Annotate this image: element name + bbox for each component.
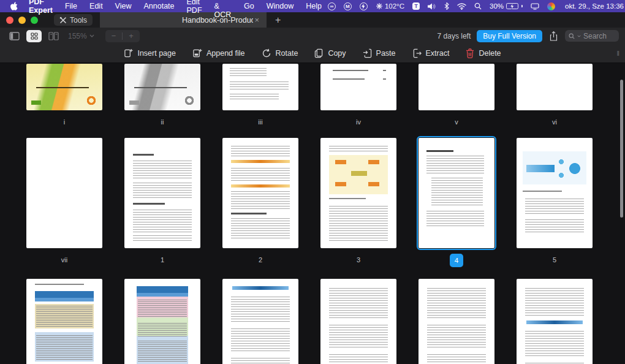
insert-page-label: Insert page: [137, 49, 176, 58]
bluetooth-icon[interactable]: [444, 2, 449, 10]
tools-button[interactable]: Tools: [54, 14, 93, 26]
page-thumbnail[interactable]: vii: [26, 138, 102, 267]
page-preview[interactable]: [320, 138, 396, 248]
page-preview[interactable]: [26, 138, 102, 248]
page-thumbnail[interactable]: 1: [124, 138, 200, 267]
menu-help[interactable]: Help: [306, 2, 322, 10]
page-preview[interactable]: [419, 138, 494, 248]
page-preview[interactable]: [517, 64, 593, 110]
close-window-button[interactable]: [6, 17, 13, 24]
main-toolbar: 155% − + 7 days left Buy Full Version Se…: [0, 28, 625, 44]
fan-icon[interactable]: 102°C: [376, 2, 404, 10]
minimize-window-button[interactable]: [18, 17, 26, 24]
apple-icon[interactable]: [10, 2, 18, 10]
page-number-label: v: [455, 118, 458, 126]
sidebar-toggle-icon[interactable]: [9, 32, 20, 40]
page-preview[interactable]: [419, 279, 494, 364]
page-preview[interactable]: [517, 279, 593, 364]
status-area: ∞ M 102°C T 30% okt. 29., Sze 13:36: [328, 2, 624, 10]
page-thumbnail[interactable]: [517, 279, 593, 364]
bolt-circle-icon[interactable]: [360, 2, 368, 10]
page-preview[interactable]: [222, 64, 298, 110]
page-thumbnail[interactable]: 3: [320, 138, 396, 267]
page-preview[interactable]: [222, 279, 298, 364]
copy-label: Copy: [328, 49, 346, 58]
menu-go[interactable]: Go: [244, 2, 254, 10]
m-circle-icon[interactable]: M: [344, 2, 352, 10]
page-preview[interactable]: [26, 64, 102, 110]
page-preview[interactable]: [222, 138, 298, 248]
extract-button[interactable]: Extract: [412, 48, 450, 58]
t-square-icon[interactable]: T: [412, 2, 420, 10]
color-wheel-icon[interactable]: [547, 2, 555, 10]
page-thumbnail[interactable]: [124, 279, 200, 364]
zoom-level-dropdown[interactable]: 155%: [68, 32, 94, 40]
delete-button[interactable]: Delete: [466, 48, 501, 58]
zoom-in-button[interactable]: +: [123, 31, 140, 40]
copy-icon: [314, 48, 324, 58]
rotate-button[interactable]: Rotate: [262, 48, 298, 58]
page-preview[interactable]: [320, 279, 396, 364]
page-thumbnail[interactable]: [26, 279, 102, 364]
wifi-icon[interactable]: [457, 3, 466, 10]
page-thumbnail[interactable]: [320, 279, 396, 364]
creative-cloud-icon[interactable]: ∞: [328, 2, 336, 10]
search-field[interactable]: Search: [565, 30, 619, 42]
page-number-label: iii: [258, 118, 262, 126]
document-tab[interactable]: Handbook-on-Productivity-2015 ×: [100, 12, 267, 28]
page-thumbnail[interactable]: ii: [124, 64, 200, 126]
zoom-window-button[interactable]: [31, 17, 38, 24]
page-thumbnail[interactable]: 5: [517, 138, 593, 267]
page-thumbnail[interactable]: vi: [517, 64, 593, 126]
vertical-scrollbar[interactable]: [620, 80, 623, 218]
menu-clock[interactable]: okt. 29., Sze 13:36: [565, 2, 624, 10]
page-thumbnail[interactable]: [222, 279, 298, 364]
two-page-view-icon[interactable]: [48, 32, 59, 40]
menu-view[interactable]: View: [115, 2, 132, 10]
thumbnail-view-button[interactable]: [26, 30, 42, 42]
tab-close-icon[interactable]: ×: [253, 15, 260, 25]
search-icon: [569, 33, 575, 39]
paste-button[interactable]: Paste: [363, 48, 396, 58]
page-preview[interactable]: [419, 64, 494, 110]
zoom-level-value: 155%: [68, 32, 87, 40]
page-preview[interactable]: [124, 279, 200, 364]
toolbar-handle-icon[interactable]: ‖: [616, 50, 620, 57]
page-thumbnail-selected[interactable]: 4: [419, 138, 494, 267]
page-preview[interactable]: [320, 64, 396, 110]
share-icon[interactable]: [550, 31, 558, 41]
search-icon[interactable]: [474, 2, 482, 10]
copy-button[interactable]: Copy: [314, 48, 346, 58]
display-icon[interactable]: [531, 3, 539, 10]
page-thumbnail[interactable]: v: [419, 64, 494, 126]
thumbnail-row: [26, 279, 593, 364]
page-preview[interactable]: [517, 138, 593, 248]
page-number-label: vii: [61, 256, 67, 264]
zoom-out-button[interactable]: −: [105, 31, 123, 40]
page-thumbnail[interactable]: 2: [222, 138, 298, 267]
paste-icon: [363, 48, 372, 58]
battery-charging-icon[interactable]: 30%: [490, 2, 523, 10]
buy-full-version-button[interactable]: Buy Full Version: [477, 30, 542, 42]
menu-scan-ocr[interactable]: Scan & OCR: [214, 0, 232, 19]
page-preview[interactable]: [26, 279, 102, 364]
menu-window[interactable]: Window: [267, 2, 294, 10]
page-thumbnail[interactable]: iv: [320, 64, 396, 126]
page-thumbnail[interactable]: i: [26, 64, 102, 126]
speaker-icon[interactable]: [428, 3, 436, 10]
page-thumbnail[interactable]: [419, 279, 494, 364]
menu-edit-pdf[interactable]: Edit PDF: [187, 0, 202, 15]
page-thumbnail[interactable]: iii: [222, 64, 298, 126]
menu-edit[interactable]: Edit: [89, 2, 103, 10]
menu-annotate[interactable]: Annotate: [143, 2, 174, 10]
append-file-button[interactable]: Append file: [192, 48, 245, 58]
page-number-label: vi: [552, 118, 557, 126]
insert-page-button[interactable]: Insert page: [124, 48, 176, 58]
page-preview[interactable]: [124, 138, 200, 248]
menu-app-name[interactable]: PDF Expert: [29, 0, 53, 15]
new-tab-button[interactable]: +: [275, 15, 281, 26]
page-preview[interactable]: [124, 64, 200, 110]
chevron-down-icon: [577, 35, 581, 37]
search-placeholder: Search: [583, 32, 607, 40]
menu-file[interactable]: File: [65, 2, 77, 10]
